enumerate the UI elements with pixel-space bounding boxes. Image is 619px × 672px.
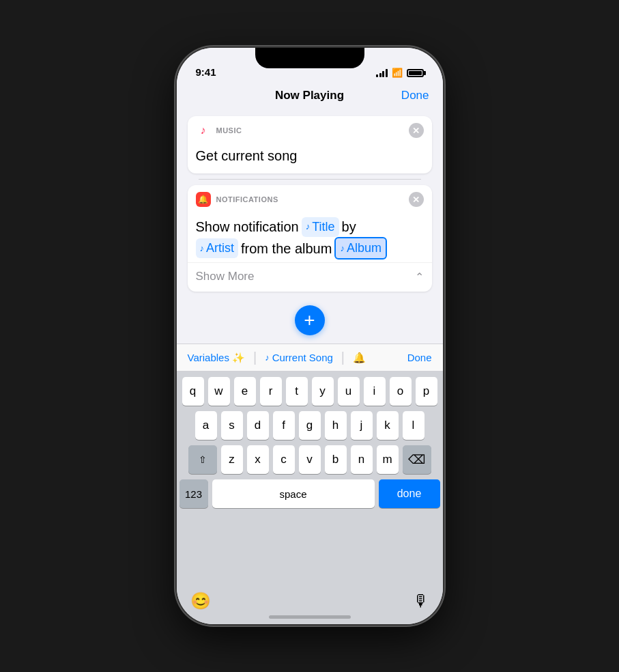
key-u[interactable]: u bbox=[338, 377, 360, 406]
wifi-icon: 📶 bbox=[392, 68, 403, 78]
microphone-icon[interactable]: 🎙 bbox=[413, 591, 429, 611]
music-action-card: ♪ MUSIC ✕ Get current song bbox=[188, 116, 432, 173]
key-s[interactable]: s bbox=[221, 411, 243, 440]
key-e[interactable]: e bbox=[234, 377, 256, 406]
album-token-label: Album bbox=[347, 239, 382, 257]
key-r[interactable]: r bbox=[260, 377, 282, 406]
num-key[interactable]: 123 bbox=[179, 479, 208, 508]
key-j[interactable]: j bbox=[351, 411, 373, 440]
variables-toolbar-item[interactable]: Variables ✨ bbox=[188, 352, 245, 364]
key-q[interactable]: q bbox=[182, 377, 204, 406]
music-app-icon: ♪ bbox=[196, 123, 211, 138]
main-content: Now Playing Done ♪ MUSIC ✕ Get current s… bbox=[177, 82, 443, 624]
key-l[interactable]: l bbox=[403, 411, 424, 440]
key-z[interactable]: z bbox=[221, 445, 243, 474]
key-n[interactable]: n bbox=[351, 445, 373, 474]
status-icons: 📶 bbox=[376, 68, 424, 78]
title-token-icon: ♪ bbox=[306, 220, 311, 234]
show-notification-text: Show notification bbox=[196, 216, 299, 237]
signal-bars-icon bbox=[376, 69, 388, 77]
key-h[interactable]: h bbox=[325, 411, 347, 440]
key-o[interactable]: o bbox=[390, 377, 412, 406]
notif-card-close-button[interactable]: ✕ bbox=[409, 192, 424, 207]
notif-text-line1: Show notification ♪ Title by bbox=[196, 216, 424, 237]
artist-token[interactable]: ♪ Artist bbox=[196, 238, 239, 258]
from-the-album-text: from the album bbox=[241, 238, 332, 259]
notif-text-line2: ♪ Artist from the album ♪ Album bbox=[196, 237, 424, 260]
album-token[interactable]: ♪ Album bbox=[334, 237, 387, 260]
key-d[interactable]: d bbox=[247, 411, 269, 440]
backspace-key[interactable]: ⌫ bbox=[403, 445, 431, 474]
nav-done-button[interactable]: Done bbox=[401, 89, 429, 102]
phone-frame: 9:41 📶 Now Playing Done ♪ bbox=[177, 48, 443, 624]
keyboard-row-2: a s d f g h j k l bbox=[179, 411, 440, 440]
notif-icon-toolbar[interactable]: 🔔 bbox=[353, 352, 366, 364]
status-time: 9:41 bbox=[196, 66, 216, 78]
key-t[interactable]: t bbox=[286, 377, 308, 406]
bell-icon: 🔔 bbox=[198, 195, 208, 204]
notif-toolbar-icon: 🔔 bbox=[353, 352, 366, 364]
notif-card-body: Show notification ♪ Title by ♪ Artist bbox=[188, 212, 432, 260]
key-a[interactable]: a bbox=[195, 411, 217, 440]
done-key[interactable]: done bbox=[379, 479, 440, 508]
notif-type-label: NOTIFICATIONS bbox=[216, 195, 409, 204]
add-action-button[interactable]: + bbox=[295, 305, 325, 335]
toolbar-separator-2: | bbox=[341, 350, 345, 365]
nav-header: Now Playing Done bbox=[177, 82, 443, 111]
key-x[interactable]: x bbox=[247, 445, 269, 474]
artist-token-icon: ♪ bbox=[200, 242, 205, 255]
current-song-toolbar-item[interactable]: ♪ Current Song bbox=[265, 352, 333, 363]
key-b[interactable]: b bbox=[325, 445, 347, 474]
key-f[interactable]: f bbox=[273, 411, 295, 440]
key-w[interactable]: w bbox=[208, 377, 230, 406]
music-card-header: ♪ MUSIC ✕ bbox=[188, 116, 432, 143]
music-action-text: Get current song bbox=[196, 148, 298, 163]
music-card-close-button[interactable]: ✕ bbox=[409, 123, 424, 138]
key-y[interactable]: y bbox=[312, 377, 334, 406]
key-m[interactable]: m bbox=[377, 445, 399, 474]
music-card-body: Get current song bbox=[188, 143, 432, 173]
key-k[interactable]: k bbox=[377, 411, 399, 440]
artist-token-label: Artist bbox=[206, 239, 234, 257]
key-i[interactable]: i bbox=[364, 377, 386, 406]
title-token[interactable]: ♪ Title bbox=[302, 217, 339, 237]
emoji-icon[interactable]: 😊 bbox=[190, 591, 211, 611]
battery-icon bbox=[407, 69, 424, 77]
keyboard: q w e r t y u i o p a s d f g h j k bbox=[177, 372, 443, 586]
current-song-label: Current Song bbox=[272, 352, 333, 363]
add-button-container: + bbox=[177, 297, 443, 344]
variables-label: Variables bbox=[188, 352, 229, 363]
notifications-action-card: 🔔 NOTIFICATIONS ✕ Show notification ♪ Ti… bbox=[188, 185, 432, 292]
key-g[interactable]: g bbox=[299, 411, 321, 440]
home-indicator bbox=[269, 615, 351, 619]
notch bbox=[255, 48, 364, 68]
key-v[interactable]: v bbox=[299, 445, 321, 474]
show-more-label: Show More bbox=[196, 270, 255, 283]
card-divider bbox=[199, 179, 421, 180]
album-token-icon: ♪ bbox=[340, 242, 345, 255]
keyboard-row-4: 123 space done bbox=[179, 479, 440, 508]
token-toolbar: Variables ✨ | ♪ Current Song | 🔔 Done bbox=[177, 344, 443, 372]
by-text: by bbox=[342, 216, 356, 237]
title-token-label: Title bbox=[312, 218, 334, 236]
toolbar-done-label: Done bbox=[407, 352, 432, 363]
chevron-up-icon: ⌃ bbox=[415, 270, 424, 283]
keyboard-row-1: q w e r t y u i o p bbox=[179, 377, 440, 406]
toolbar-done-button[interactable]: Done bbox=[407, 352, 432, 363]
music-type-label: MUSIC bbox=[216, 126, 409, 135]
show-more-row[interactable]: Show More ⌃ bbox=[188, 262, 432, 292]
music-note-icon: ♪ bbox=[201, 124, 206, 137]
current-song-icon: ♪ bbox=[265, 352, 270, 363]
battery-fill bbox=[409, 71, 422, 75]
notif-card-header: 🔔 NOTIFICATIONS ✕ bbox=[188, 185, 432, 212]
toolbar-separator-1: | bbox=[253, 350, 257, 365]
keyboard-row-3: ⇧ z x c v b n m ⌫ bbox=[179, 445, 440, 474]
key-c[interactable]: c bbox=[273, 445, 295, 474]
notifications-app-icon: 🔔 bbox=[196, 192, 211, 207]
actions-area: ♪ MUSIC ✕ Get current song 🔔 NOTIFICATIO… bbox=[177, 111, 443, 297]
sparkles-icon: ✨ bbox=[232, 352, 245, 364]
space-key[interactable]: space bbox=[212, 479, 375, 508]
key-p[interactable]: p bbox=[416, 377, 437, 406]
shift-key[interactable]: ⇧ bbox=[188, 445, 217, 474]
nav-title: Now Playing bbox=[275, 89, 344, 102]
